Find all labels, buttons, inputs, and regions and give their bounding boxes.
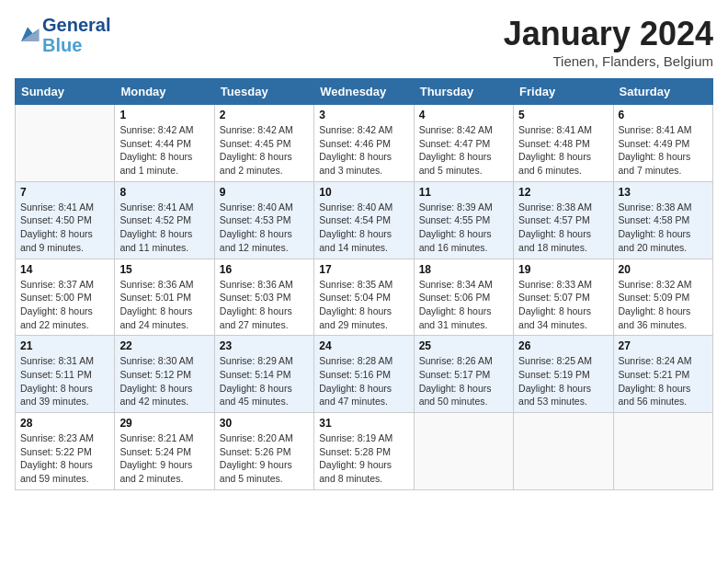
day-number: 7 — [20, 186, 109, 199]
day-number: 14 — [20, 263, 109, 276]
day-info: Sunrise: 8:30 AMSunset: 5:12 PMDaylight:… — [119, 354, 209, 408]
day-info: Sunrise: 8:37 AMSunset: 5:00 PMDaylight:… — [20, 278, 109, 332]
day-number: 12 — [518, 186, 608, 199]
col-monday: Monday — [115, 79, 214, 105]
day-number: 15 — [119, 263, 209, 276]
cell-1-0: 7Sunrise: 8:41 AMSunset: 4:50 PMDaylight… — [16, 181, 115, 259]
day-number: 24 — [319, 339, 408, 352]
calendar-header-row: Sunday Monday Tuesday Wednesday Thursday… — [16, 79, 713, 105]
week-row-2: 7Sunrise: 8:41 AMSunset: 4:50 PMDaylight… — [16, 181, 713, 259]
cell-2-5: 19Sunrise: 8:33 AMSunset: 5:07 PMDayligh… — [514, 259, 613, 336]
cell-4-5 — [514, 413, 613, 490]
day-info: Sunrise: 8:32 AMSunset: 5:09 PMDaylight:… — [619, 278, 708, 332]
cell-3-5: 26Sunrise: 8:25 AMSunset: 5:19 PMDayligh… — [514, 336, 613, 413]
cell-4-6 — [613, 413, 712, 490]
day-info: Sunrise: 8:35 AMSunset: 5:04 PMDaylight:… — [319, 278, 408, 332]
cell-3-4: 25Sunrise: 8:26 AMSunset: 5:17 PMDayligh… — [414, 336, 513, 413]
day-number: 11 — [419, 186, 508, 199]
day-info: Sunrise: 8:42 AMSunset: 4:47 PMDaylight:… — [419, 123, 508, 178]
col-saturday: Saturday — [613, 79, 712, 105]
col-sunday: Sunday — [16, 79, 115, 105]
page-header: General Blue January 2024 Tienen, Flande… — [15, 15, 713, 69]
cell-1-2: 9Sunrise: 8:40 AMSunset: 4:53 PMDaylight… — [214, 181, 313, 259]
cell-2-2: 16Sunrise: 8:36 AMSunset: 5:03 PMDayligh… — [214, 259, 313, 336]
calendar-table: Sunday Monday Tuesday Wednesday Thursday… — [15, 78, 713, 490]
day-info: Sunrise: 8:41 AMSunset: 4:49 PMDaylight:… — [619, 123, 708, 178]
col-wednesday: Wednesday — [314, 79, 414, 105]
day-info: Sunrise: 8:31 AMSunset: 5:11 PMDaylight:… — [20, 354, 109, 408]
day-info: Sunrise: 8:38 AMSunset: 4:57 PMDaylight:… — [518, 201, 608, 255]
cell-3-6: 27Sunrise: 8:24 AMSunset: 5:21 PMDayligh… — [613, 336, 712, 413]
day-number: 30 — [220, 417, 309, 430]
day-info: Sunrise: 8:34 AMSunset: 5:06 PMDaylight:… — [419, 278, 508, 332]
cell-4-4 — [414, 413, 513, 490]
week-row-5: 28Sunrise: 8:23 AMSunset: 5:22 PMDayligh… — [16, 413, 713, 490]
cell-0-0 — [16, 105, 115, 182]
col-thursday: Thursday — [414, 79, 513, 105]
day-info: Sunrise: 8:28 AMSunset: 5:16 PMDaylight:… — [319, 354, 408, 408]
cell-0-2: 2Sunrise: 8:42 AMSunset: 4:45 PMDaylight… — [214, 105, 313, 182]
cell-1-6: 13Sunrise: 8:38 AMSunset: 4:58 PMDayligh… — [613, 181, 712, 259]
day-info: Sunrise: 8:36 AMSunset: 5:03 PMDaylight:… — [220, 278, 309, 332]
day-info: Sunrise: 8:42 AMSunset: 4:45 PMDaylight:… — [220, 123, 309, 178]
month-title: January 2024 — [504, 15, 713, 53]
cell-3-1: 22Sunrise: 8:30 AMSunset: 5:12 PMDayligh… — [115, 336, 214, 413]
day-number: 18 — [419, 263, 508, 276]
cell-2-0: 14Sunrise: 8:37 AMSunset: 5:00 PMDayligh… — [16, 259, 115, 336]
day-info: Sunrise: 8:39 AMSunset: 4:55 PMDaylight:… — [419, 201, 508, 255]
cell-1-3: 10Sunrise: 8:40 AMSunset: 4:54 PMDayligh… — [314, 181, 414, 259]
cell-0-3: 3Sunrise: 8:42 AMSunset: 4:46 PMDaylight… — [314, 105, 414, 182]
week-row-3: 14Sunrise: 8:37 AMSunset: 5:00 PMDayligh… — [16, 259, 713, 336]
day-number: 16 — [220, 263, 309, 276]
cell-1-1: 8Sunrise: 8:41 AMSunset: 4:52 PMDaylight… — [115, 181, 214, 259]
cell-1-4: 11Sunrise: 8:39 AMSunset: 4:55 PMDayligh… — [414, 181, 513, 259]
cell-4-0: 28Sunrise: 8:23 AMSunset: 5:22 PMDayligh… — [16, 413, 115, 490]
logo-text-line2: Blue — [42, 35, 110, 55]
cell-2-4: 18Sunrise: 8:34 AMSunset: 5:06 PMDayligh… — [414, 259, 513, 336]
cell-2-6: 20Sunrise: 8:32 AMSunset: 5:09 PMDayligh… — [613, 259, 712, 336]
day-number: 13 — [619, 186, 708, 199]
cell-0-4: 4Sunrise: 8:42 AMSunset: 4:47 PMDaylight… — [414, 105, 513, 182]
cell-3-0: 21Sunrise: 8:31 AMSunset: 5:11 PMDayligh… — [16, 336, 115, 413]
col-tuesday: Tuesday — [214, 79, 313, 105]
cell-4-2: 30Sunrise: 8:20 AMSunset: 5:26 PMDayligh… — [214, 413, 313, 490]
cell-0-6: 6Sunrise: 8:41 AMSunset: 4:49 PMDaylight… — [613, 105, 712, 182]
cell-1-5: 12Sunrise: 8:38 AMSunset: 4:57 PMDayligh… — [514, 181, 613, 259]
day-number: 26 — [518, 339, 608, 352]
week-row-4: 21Sunrise: 8:31 AMSunset: 5:11 PMDayligh… — [16, 336, 713, 413]
logo: General Blue — [15, 15, 110, 55]
day-info: Sunrise: 8:19 AMSunset: 5:28 PMDaylight:… — [319, 431, 408, 486]
cell-2-1: 15Sunrise: 8:36 AMSunset: 5:01 PMDayligh… — [115, 259, 214, 336]
day-number: 9 — [220, 186, 309, 199]
day-info: Sunrise: 8:42 AMSunset: 4:46 PMDaylight:… — [319, 123, 408, 178]
day-info: Sunrise: 8:41 AMSunset: 4:50 PMDaylight:… — [20, 201, 109, 255]
day-number: 20 — [619, 263, 708, 276]
day-info: Sunrise: 8:20 AMSunset: 5:26 PMDaylight:… — [220, 431, 309, 486]
cell-4-3: 31Sunrise: 8:19 AMSunset: 5:28 PMDayligh… — [314, 413, 414, 490]
day-info: Sunrise: 8:21 AMSunset: 5:24 PMDaylight:… — [119, 431, 209, 486]
day-number: 5 — [518, 109, 608, 121]
day-number: 22 — [119, 339, 209, 352]
day-number: 6 — [619, 109, 708, 121]
day-info: Sunrise: 8:24 AMSunset: 5:21 PMDaylight:… — [619, 354, 708, 408]
cell-2-3: 17Sunrise: 8:35 AMSunset: 5:04 PMDayligh… — [314, 259, 414, 336]
day-info: Sunrise: 8:40 AMSunset: 4:53 PMDaylight:… — [220, 201, 309, 255]
day-number: 2 — [220, 109, 309, 121]
week-row-1: 1Sunrise: 8:42 AMSunset: 4:44 PMDaylight… — [16, 105, 713, 182]
location: Tienen, Flanders, Belgium — [504, 53, 713, 69]
day-number: 27 — [619, 339, 708, 352]
cell-0-1: 1Sunrise: 8:42 AMSunset: 4:44 PMDaylight… — [115, 105, 214, 182]
day-info: Sunrise: 8:26 AMSunset: 5:17 PMDaylight:… — [419, 354, 508, 408]
day-info: Sunrise: 8:40 AMSunset: 4:54 PMDaylight:… — [319, 201, 408, 255]
day-info: Sunrise: 8:23 AMSunset: 5:22 PMDaylight:… — [20, 431, 109, 486]
day-info: Sunrise: 8:41 AMSunset: 4:48 PMDaylight:… — [518, 123, 608, 178]
day-number: 4 — [419, 109, 508, 121]
day-number: 25 — [419, 339, 508, 352]
logo-icon — [15, 22, 40, 48]
cell-0-5: 5Sunrise: 8:41 AMSunset: 4:48 PMDaylight… — [514, 105, 613, 182]
day-number: 3 — [319, 109, 408, 121]
day-info: Sunrise: 8:42 AMSunset: 4:44 PMDaylight:… — [119, 123, 209, 178]
day-info: Sunrise: 8:38 AMSunset: 4:58 PMDaylight:… — [619, 201, 708, 255]
day-number: 31 — [319, 417, 408, 430]
day-info: Sunrise: 8:29 AMSunset: 5:14 PMDaylight:… — [220, 354, 309, 408]
